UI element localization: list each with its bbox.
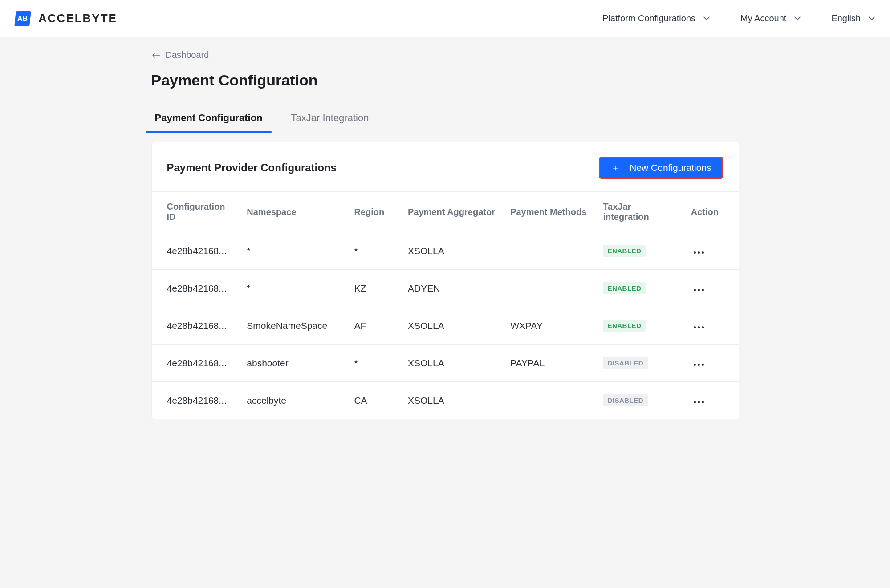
col-header-action: Action (685, 192, 739, 232)
status-badge: ENABLED (603, 320, 646, 332)
cell-namespace: abshooter (240, 345, 348, 382)
cell-methods (504, 270, 597, 307)
top-menu-my-account[interactable]: My Account (725, 0, 816, 37)
cell-action (685, 382, 739, 419)
dots-icon (702, 401, 704, 403)
row-action-menu[interactable] (691, 249, 707, 256)
brand-name: ACCELBYTE (38, 12, 117, 25)
top-menu-label: Platform Configurations (602, 13, 695, 24)
cell-taxjar: DISABLED (597, 382, 684, 419)
cell-taxjar: ENABLED (597, 232, 684, 270)
chevron-down-icon (794, 16, 801, 22)
topbar: AB ACCELBYTE Platform Configurations My … (0, 0, 890, 37)
cell-namespace: * (240, 270, 348, 307)
row-action-menu[interactable] (691, 398, 707, 406)
cell-namespace: * (240, 232, 348, 270)
cell-methods (504, 232, 597, 270)
provider-config-table: Configuration ID Namespace Region Paymen… (152, 192, 739, 419)
table-row: 4e28b42168...**XSOLLAENABLED (152, 232, 739, 270)
page-title: Payment Configuration (151, 72, 739, 89)
cell-action (685, 270, 739, 307)
new-configurations-button[interactable]: ＋ New Configurations (599, 157, 723, 179)
table-header-row: Configuration ID Namespace Region Paymen… (152, 192, 739, 232)
cell-config-id: 4e28b42168... (152, 232, 241, 270)
cell-action (685, 307, 739, 345)
table-row: 4e28b42168...abshooter*XSOLLAPAYPALDISAB… (152, 345, 739, 382)
top-menu-label: English (831, 13, 861, 24)
status-badge: DISABLED (603, 394, 648, 406)
cell-methods (504, 382, 597, 419)
tabs: Payment Configuration TaxJar Integration (151, 106, 739, 133)
cell-region: * (348, 345, 402, 382)
cell-taxjar: ENABLED (597, 270, 684, 307)
cell-region: KZ (348, 270, 402, 307)
tab-label: TaxJar Integration (291, 112, 369, 123)
cell-aggregator: XSOLLA (402, 232, 504, 270)
tab-label: Payment Configuration (155, 112, 263, 123)
tab-taxjar-integration[interactable]: TaxJar Integration (288, 106, 373, 133)
col-header-taxjar-integration: TaxJar integration (597, 192, 684, 232)
col-header-payment-aggregator: Payment Aggregator (402, 192, 504, 232)
cell-aggregator: XSOLLA (402, 307, 504, 345)
brand-logo-icon: AB (14, 11, 31, 26)
cell-aggregator: XSOLLA (402, 382, 504, 419)
cell-taxjar: ENABLED (597, 307, 684, 345)
card-title: Payment Provider Configurations (167, 162, 337, 174)
chevron-down-icon (703, 16, 710, 22)
table-row: 4e28b42168...accelbyteCAXSOLLADISABLED (152, 382, 739, 419)
cell-region: AF (348, 307, 402, 345)
dots-icon (694, 289, 696, 291)
cell-action (685, 345, 739, 382)
cell-aggregator: XSOLLA (402, 345, 504, 382)
cell-namespace: SmokeNameSpace (240, 307, 348, 345)
top-menu-platform-configurations[interactable]: Platform Configurations (587, 0, 725, 37)
cell-methods: PAYPAL (504, 345, 597, 382)
cell-region: * (348, 232, 402, 270)
cell-config-id: 4e28b42168... (152, 345, 241, 382)
card-header: Payment Provider Configurations ＋ New Co… (152, 142, 739, 192)
dots-icon (698, 326, 700, 328)
dots-icon (694, 364, 696, 366)
col-header-configuration-id: Configuration ID (152, 192, 241, 232)
chevron-down-icon (869, 16, 875, 22)
dots-icon (694, 401, 696, 403)
plus-icon: ＋ (611, 163, 621, 173)
cell-region: CA (348, 382, 402, 419)
breadcrumb-label: Dashboard (166, 50, 209, 60)
cell-config-id: 4e28b42168... (152, 270, 241, 307)
breadcrumb-dashboard[interactable]: Dashboard (151, 47, 210, 63)
cell-config-id: 4e28b42168... (152, 307, 241, 345)
topbar-spacer (132, 0, 587, 37)
dots-icon (698, 364, 700, 366)
cell-namespace: accelbyte (240, 382, 348, 419)
dots-icon (702, 251, 704, 254)
dots-icon (702, 364, 704, 366)
dots-icon (702, 289, 704, 291)
tab-payment-configuration[interactable]: Payment Configuration (151, 106, 266, 133)
cell-config-id: 4e28b42168... (152, 382, 241, 419)
table-row: 4e28b42168...SmokeNameSpaceAFXSOLLAWXPAY… (152, 307, 739, 345)
row-action-menu[interactable] (691, 361, 707, 369)
table-row: 4e28b42168...*KZADYENENABLED (152, 270, 739, 307)
col-header-payment-methods: Payment Methods (504, 192, 597, 232)
col-header-namespace: Namespace (240, 192, 348, 232)
provider-config-card: Payment Provider Configurations ＋ New Co… (151, 142, 739, 419)
dots-icon (694, 326, 696, 328)
button-label: New Configurations (630, 162, 711, 173)
row-action-menu[interactable] (691, 324, 707, 331)
row-action-menu[interactable] (691, 286, 707, 294)
dots-icon (698, 401, 700, 403)
status-badge: DISABLED (603, 357, 648, 369)
dots-icon (694, 251, 696, 254)
status-badge: ENABLED (603, 245, 646, 257)
top-menu-label: My Account (740, 13, 786, 24)
dots-icon (698, 251, 700, 254)
brand[interactable]: AB ACCELBYTE (0, 0, 132, 37)
status-badge: ENABLED (603, 282, 646, 294)
top-menu-language[interactable]: English (816, 0, 890, 37)
page: Dashboard Payment Configuration Payment … (151, 37, 739, 446)
cell-action (685, 232, 739, 270)
cell-methods: WXPAY (504, 307, 597, 345)
top-menu: Platform Configurations My Account Engli… (587, 0, 890, 37)
dots-icon (702, 326, 704, 328)
